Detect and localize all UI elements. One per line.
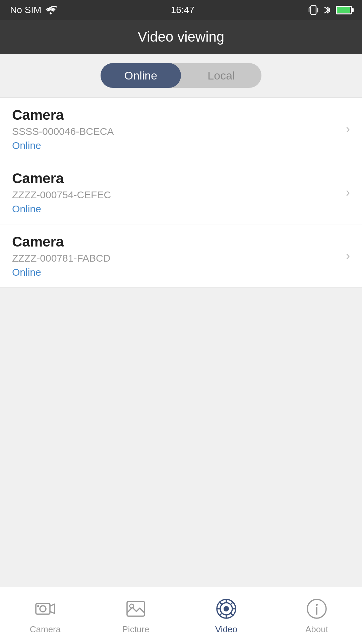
- camera-name-1: Camera: [12, 170, 111, 186]
- nav-item-video[interactable]: Video: [181, 597, 272, 635]
- nav-item-picture[interactable]: Picture: [90, 597, 181, 635]
- camera-info-1: Camera ZZZZ-000754-CEFEC Online: [12, 170, 111, 215]
- chevron-right-icon-0: ›: [346, 122, 350, 136]
- camera-id-0: SSSS-000046-BCECA: [12, 126, 114, 137]
- chevron-right-icon-1: ›: [346, 185, 350, 200]
- svg-point-12: [224, 606, 229, 611]
- vibrate-icon: [308, 4, 318, 16]
- camera-status-2: Online: [12, 267, 110, 278]
- tab-toggle-container: Online Local: [0, 54, 362, 97]
- camera-status-0: Online: [12, 140, 114, 151]
- svg-line-19: [231, 602, 233, 604]
- camera-nav-icon: [33, 597, 57, 621]
- tab-toggle: Online Local: [101, 63, 261, 88]
- camera-id-2: ZZZZ-000781-FABCD: [12, 253, 110, 264]
- svg-rect-1: [311, 6, 316, 14]
- carrier-text: No SIM: [10, 5, 41, 15]
- camera-id-1: ZZZZ-000754-CEFEC: [12, 189, 111, 201]
- time-display: 16:47: [171, 5, 194, 15]
- app-header: Video viewing: [0, 20, 362, 54]
- page-title: Video viewing: [138, 29, 224, 45]
- nav-item-about[interactable]: About: [272, 597, 362, 635]
- svg-line-18: [231, 613, 233, 616]
- camera-item-0[interactable]: Camera SSSS-000046-BCECA Online ›: [0, 98, 362, 161]
- svg-point-7: [37, 605, 39, 607]
- nav-item-camera[interactable]: Camera: [0, 597, 90, 635]
- camera-list: Camera SSSS-000046-BCECA Online › Camera…: [0, 97, 362, 288]
- camera-info-2: Camera ZZZZ-000781-FABCD Online: [12, 234, 110, 278]
- status-bar: No SIM 16:47: [0, 0, 362, 20]
- svg-line-20: [219, 613, 222, 616]
- battery-icon: [336, 6, 352, 14]
- bluetooth-icon: [323, 4, 331, 16]
- nav-label-picture: Picture: [122, 624, 149, 635]
- status-right: [308, 4, 352, 16]
- camera-status-1: Online: [12, 203, 111, 215]
- info-icon: [305, 597, 328, 620]
- tab-local[interactable]: Local: [181, 63, 261, 88]
- tab-online[interactable]: Online: [101, 63, 181, 88]
- svg-rect-5: [36, 603, 50, 614]
- nav-label-about: About: [305, 624, 328, 635]
- bottom-nav: Camera Picture: [0, 587, 362, 644]
- about-nav-icon: [305, 597, 329, 621]
- svg-line-4: [309, 7, 310, 8]
- svg-line-17: [219, 602, 222, 604]
- camera-info-0: Camera SSSS-000046-BCECA Online: [12, 107, 114, 151]
- video-icon: [215, 597, 238, 620]
- svg-point-23: [316, 604, 318, 606]
- battery-fill: [337, 7, 350, 13]
- svg-rect-8: [127, 601, 144, 616]
- svg-point-0: [50, 12, 52, 14]
- picture-icon: [124, 597, 147, 620]
- camera-item-1[interactable]: Camera ZZZZ-000754-CEFEC Online ›: [0, 161, 362, 224]
- camera-name-2: Camera: [12, 234, 110, 250]
- nav-label-camera: Camera: [30, 624, 61, 635]
- chevron-right-icon-2: ›: [346, 249, 350, 263]
- camera-icon: [34, 597, 57, 620]
- camera-item-2[interactable]: Camera ZZZZ-000781-FABCD Online ›: [0, 224, 362, 287]
- picture-nav-icon: [124, 597, 148, 621]
- nav-label-video: Video: [215, 624, 237, 635]
- video-nav-icon: [214, 597, 238, 621]
- wifi-icon: [45, 5, 57, 15]
- camera-name-0: Camera: [12, 107, 114, 123]
- status-left: No SIM: [10, 5, 57, 15]
- svg-point-6: [40, 606, 46, 612]
